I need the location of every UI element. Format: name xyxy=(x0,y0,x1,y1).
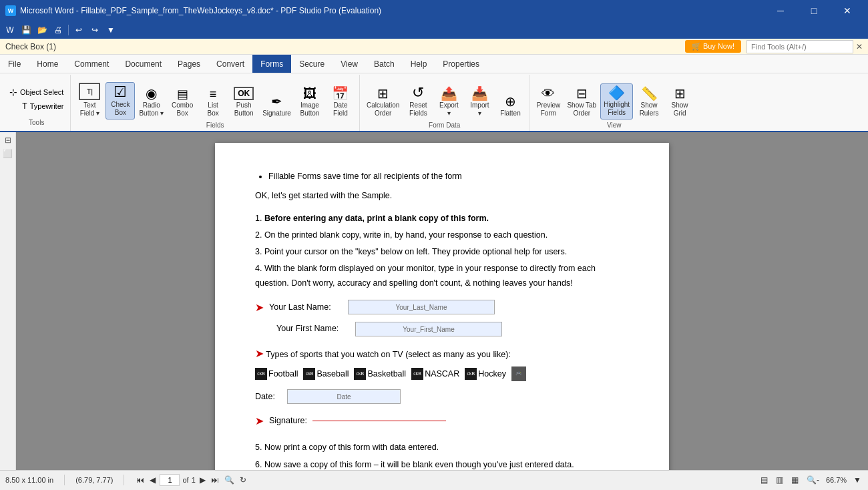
red-arrow-sig: ➤ xyxy=(255,412,264,430)
cb-more[interactable]: 🎮 xyxy=(511,366,526,381)
menu-batch[interactable]: Batch xyxy=(366,55,403,73)
btn-check-box[interactable]: ☑ CheckBox xyxy=(105,82,135,119)
zoom-fit-button[interactable]: 🔍 xyxy=(223,474,236,486)
cb-football[interactable]: ckB Football xyxy=(255,367,298,381)
view-scroll-button[interactable]: ▦ xyxy=(790,474,800,486)
btn-text-field[interactable]: T| TextField ▾ xyxy=(75,81,104,119)
status-right: ▤ ▥ ▦ 🔍- 66.7% ▼ xyxy=(759,474,863,486)
menu-view[interactable]: View xyxy=(333,55,366,73)
last-name-field[interactable]: Your_Last_Name xyxy=(348,300,495,314)
date-field-icon: 📅 xyxy=(332,87,349,100)
instruction-3: 3. Point your cursor on the "keys" below… xyxy=(255,245,629,259)
first-name-field[interactable]: Your_First_Name xyxy=(355,322,502,336)
qa-redo[interactable]: ↪ xyxy=(87,23,102,37)
context-bar: Check Box (1) 🛒 Buy Now! ✕ xyxy=(0,39,868,55)
first-page-button[interactable]: ⏮ xyxy=(135,474,146,486)
btn-export[interactable]: 📤 Export▾ xyxy=(434,85,463,119)
prev-page-button[interactable]: ◀ xyxy=(148,474,157,486)
radio-button-icon: ◉ xyxy=(146,87,157,100)
btn-show-grid[interactable]: ⊞ ShowGrid xyxy=(665,85,694,119)
view-double-button[interactable]: ▥ xyxy=(775,474,785,486)
qa-save[interactable]: 💾 xyxy=(19,23,33,37)
view-single-button[interactable]: ▤ xyxy=(759,474,769,486)
ribbon: ⊹ Object Select T Typewriter Tools T| Te… xyxy=(0,73,868,132)
menu-pages[interactable]: Pages xyxy=(170,55,208,73)
show-tab-order-icon: ⊟ xyxy=(576,87,588,100)
highlight-fields-label: HighlightFields xyxy=(604,101,630,117)
main-area: ⊟ ⬜ Fillable Forms save time for all rec… xyxy=(0,132,868,470)
cb-nascar[interactable]: ckB NASCAR xyxy=(411,367,459,381)
qa-print[interactable]: 🖨 xyxy=(51,23,65,37)
menu-convert[interactable]: Convert xyxy=(208,55,252,73)
maximize-button[interactable]: □ xyxy=(799,0,829,21)
page-number-input[interactable] xyxy=(160,474,180,486)
of-label: of xyxy=(182,476,188,484)
btn-flatten[interactable]: ⊕ Flatten xyxy=(495,93,525,119)
btn-import[interactable]: 📥 Import▾ xyxy=(465,85,494,119)
cb-hockey-box[interactable]: ckB xyxy=(465,368,477,380)
qa-dropdown[interactable]: ▼ xyxy=(103,23,118,37)
buy-now-button[interactable]: 🛒 Buy Now! xyxy=(685,40,741,53)
fields-buttons: T| TextField ▾ ☑ CheckBox ◉ RadioButton … xyxy=(75,75,355,119)
btn-signature[interactable]: ✒ Signature xyxy=(260,93,294,119)
minimize-button[interactable]: ─ xyxy=(765,0,796,21)
menu-forms[interactable]: Forms xyxy=(252,55,291,73)
cb-basketball-box[interactable]: ckB xyxy=(354,368,366,380)
btn-radio-button[interactable]: ◉ RadioButton ▾ xyxy=(136,85,166,119)
menu-help[interactable]: Help xyxy=(403,55,435,73)
quick-access-toolbar: W 💾 📂 🖨 ↩ ↪ ▼ xyxy=(0,21,868,39)
zoom-dropdown-button[interactable]: ▼ xyxy=(852,474,863,486)
close-button[interactable]: ✕ xyxy=(832,0,863,21)
last-page-button[interactable]: ⏭ xyxy=(210,474,220,486)
menu-comment[interactable]: Comment xyxy=(66,55,117,73)
btn-preview-form[interactable]: 👁 PreviewForm xyxy=(533,85,563,119)
status-bar: 8.50 x 11.00 in (6.79, 7.77) ⏮ ◀ of 1 ▶ … xyxy=(0,470,868,489)
image-button-icon: 🖼 xyxy=(303,87,316,100)
lower-instruction-6: 6. Now save a copy of this form – it wil… xyxy=(255,458,629,470)
btn-reset-fields[interactable]: ↺ ResetFields xyxy=(403,83,433,119)
signature-line[interactable] xyxy=(312,421,446,421)
cb-baseball[interactable]: ckB Baseball xyxy=(303,367,349,381)
cb-hockey[interactable]: ckB Hockey xyxy=(465,367,506,381)
btn-show-tab-order[interactable]: ⊟ Show TabOrder xyxy=(564,85,599,119)
qa-undo[interactable]: ↩ xyxy=(71,23,86,37)
cb-baseball-box[interactable]: ckB xyxy=(303,368,315,380)
cb-football-box[interactable]: ckB xyxy=(255,368,267,380)
zoom-refresh-button[interactable]: ↻ xyxy=(238,474,248,486)
window-controls[interactable]: ─ □ ✕ xyxy=(765,0,863,21)
cb-football-label: Football xyxy=(268,367,298,381)
cb-nascar-box[interactable]: ckB xyxy=(411,368,423,380)
date-field[interactable]: Date xyxy=(287,389,401,404)
tool-object-select[interactable]: ⊹ Object Select xyxy=(7,85,66,99)
btn-highlight-fields[interactable]: 🔷 HighlightFields xyxy=(600,83,633,119)
btn-date-field[interactable]: 📅 DateField xyxy=(326,85,355,119)
qa-open[interactable]: 📂 xyxy=(35,23,49,37)
btn-push-button[interactable]: OK PushButton xyxy=(229,85,258,119)
menu-document[interactable]: Document xyxy=(117,55,170,73)
cb-more-box[interactable]: 🎮 xyxy=(511,366,526,381)
tool-typewriter[interactable]: T Typewriter xyxy=(19,100,66,112)
list-box-icon: ≡ xyxy=(210,88,217,100)
lower-instruction-5: 5. Now print a copy of this form with da… xyxy=(255,441,629,455)
menu-secure[interactable]: Secure xyxy=(291,55,333,73)
btn-image-button[interactable]: 🖼 ImageButton xyxy=(295,85,324,119)
menu-properties[interactable]: Properties xyxy=(435,55,487,73)
sidebar-pages-icon[interactable]: ⊟ xyxy=(3,135,13,146)
typewriter-icon: T xyxy=(22,101,27,111)
show-tab-order-label: Show TabOrder xyxy=(567,101,596,117)
btn-calculation-order[interactable]: ⊞ CalculationOrder xyxy=(364,85,402,119)
btn-list-box[interactable]: ≡ ListBox xyxy=(198,86,228,119)
date-field-label: DateField xyxy=(333,101,348,117)
preview-form-label: PreviewForm xyxy=(537,101,561,117)
next-page-button[interactable]: ▶ xyxy=(198,474,207,486)
sidebar-thumbnails-icon[interactable]: ⬜ xyxy=(3,148,13,159)
ribbon-group-view: 👁 PreviewForm ⊟ Show TabOrder 🔷 Highligh… xyxy=(529,75,698,131)
find-tools-input[interactable] xyxy=(746,40,853,53)
zoom-out-button[interactable]: 🔍- xyxy=(805,474,821,486)
btn-combo-box[interactable]: ▤ ComboBox xyxy=(168,86,197,119)
find-tools-close[interactable]: ✕ xyxy=(856,42,863,51)
btn-show-rulers[interactable]: 📏 ShowRulers xyxy=(634,85,664,119)
cb-basketball[interactable]: ckB Basketball xyxy=(354,367,406,381)
menu-file[interactable]: File xyxy=(0,55,29,73)
menu-home[interactable]: Home xyxy=(29,55,66,73)
